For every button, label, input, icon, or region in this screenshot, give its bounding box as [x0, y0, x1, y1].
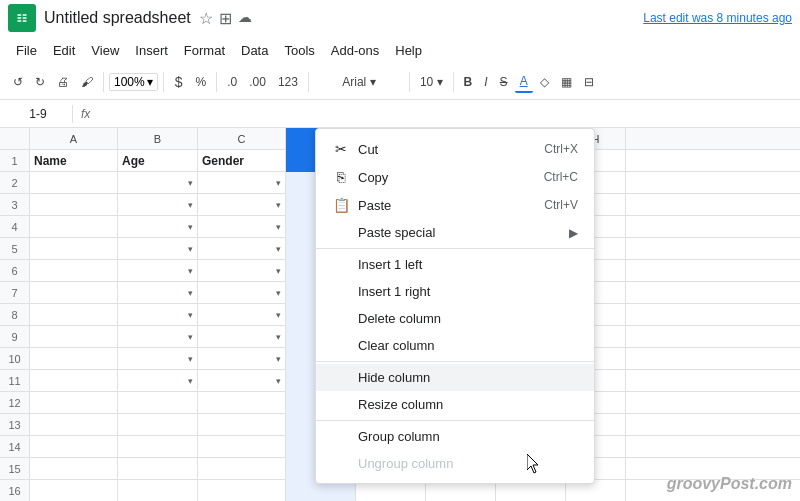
- menu-view[interactable]: View: [83, 41, 127, 60]
- fill-color-button[interactable]: ◇: [535, 72, 554, 92]
- col-header-c[interactable]: C: [198, 128, 286, 150]
- col-header-b[interactable]: B: [118, 128, 198, 150]
- cell-b13[interactable]: [118, 414, 198, 436]
- context-menu-insert-right[interactable]: Insert 1 right: [316, 278, 594, 305]
- underline-button[interactable]: A: [515, 71, 533, 93]
- context-menu-resize-column[interactable]: Resize column: [316, 391, 594, 418]
- cell-b10[interactable]: ▾: [118, 348, 198, 370]
- context-menu-paste-special[interactable]: Paste special ▶: [316, 219, 594, 246]
- bold-button[interactable]: B: [459, 72, 478, 92]
- menu-format[interactable]: Format: [176, 41, 233, 60]
- percent-button[interactable]: %: [191, 72, 212, 92]
- context-menu-cut[interactable]: ✂ Cut Ctrl+X: [316, 135, 594, 163]
- cell-b4[interactable]: ▾: [118, 216, 198, 238]
- italic-button[interactable]: I: [479, 72, 492, 92]
- menu-file[interactable]: File: [8, 41, 45, 60]
- cell-b12[interactable]: [118, 392, 198, 414]
- star-icon[interactable]: ☆: [199, 9, 213, 28]
- merge-button[interactable]: ⊟: [579, 72, 599, 92]
- cell-c11[interactable]: ▾: [198, 370, 286, 392]
- folder-icon[interactable]: ⊞: [219, 9, 232, 28]
- menu-addons[interactable]: Add-ons: [323, 41, 387, 60]
- row-number: 12: [0, 392, 30, 413]
- cell-a16[interactable]: [30, 480, 118, 501]
- col-header-a[interactable]: A: [30, 128, 118, 150]
- cell-c1[interactable]: Gender: [198, 150, 286, 172]
- cell-a1[interactable]: Name: [30, 150, 118, 172]
- cell-b2[interactable]: ▾: [118, 172, 198, 194]
- cell-b16[interactable]: [118, 480, 198, 501]
- cell-b15[interactable]: [118, 458, 198, 480]
- cell-reference[interactable]: [8, 107, 68, 121]
- more-decimals-button[interactable]: .00: [244, 72, 271, 92]
- cell-c4[interactable]: ▾: [198, 216, 286, 238]
- cell-a14[interactable]: [30, 436, 118, 458]
- cell-c12[interactable]: [198, 392, 286, 414]
- cell-c8[interactable]: ▾: [198, 304, 286, 326]
- menu-insert[interactable]: Insert: [127, 41, 176, 60]
- print-button[interactable]: 🖨: [52, 72, 74, 92]
- cell-c9[interactable]: ▾: [198, 326, 286, 348]
- cell-b5[interactable]: ▾: [118, 238, 198, 260]
- strikethrough-button[interactable]: S: [495, 72, 513, 92]
- menu-tools[interactable]: Tools: [276, 41, 322, 60]
- cell-a13[interactable]: [30, 414, 118, 436]
- spreadsheet-title[interactable]: Untitled spreadsheet: [44, 9, 191, 27]
- cell-a3[interactable]: [30, 194, 118, 216]
- context-menu-delete-column[interactable]: Delete column: [316, 305, 594, 332]
- currency-button[interactable]: $: [169, 71, 189, 93]
- resize-column-label: Resize column: [358, 397, 578, 412]
- cell-c7[interactable]: ▾: [198, 282, 286, 304]
- cell-c5[interactable]: ▾: [198, 238, 286, 260]
- menu-data[interactable]: Data: [233, 41, 276, 60]
- cell-b9[interactable]: ▾: [118, 326, 198, 348]
- context-menu-clear-column[interactable]: Clear column: [316, 332, 594, 359]
- cell-b14[interactable]: [118, 436, 198, 458]
- cell-a8[interactable]: [30, 304, 118, 326]
- cell-a12[interactable]: [30, 392, 118, 414]
- cell-c14[interactable]: [198, 436, 286, 458]
- last-edit-label[interactable]: Last edit was 8 minutes ago: [643, 11, 792, 25]
- context-menu-paste[interactable]: 📋 Paste Ctrl+V: [316, 191, 594, 219]
- cell-b3[interactable]: ▾: [118, 194, 198, 216]
- cell-c16[interactable]: [198, 480, 286, 501]
- cell-c10[interactable]: ▾: [198, 348, 286, 370]
- cloud-icon[interactable]: ☁: [238, 9, 252, 28]
- context-menu-group-column[interactable]: Group column: [316, 423, 594, 450]
- cell-b6[interactable]: ▾: [118, 260, 198, 282]
- zoom-selector[interactable]: 100% ▾: [109, 73, 158, 91]
- context-menu-insert-left[interactable]: Insert 1 left: [316, 251, 594, 278]
- cell-a11[interactable]: [30, 370, 118, 392]
- context-menu-copy[interactable]: ⎘ Copy Ctrl+C: [316, 163, 594, 191]
- cell-c2[interactable]: ▾: [198, 172, 286, 194]
- cell-a9[interactable]: [30, 326, 118, 348]
- cell-b7[interactable]: ▾: [118, 282, 198, 304]
- cell-b1[interactable]: Age: [118, 150, 198, 172]
- format-number-button[interactable]: 123: [273, 72, 303, 92]
- undo-button[interactable]: ↺: [8, 72, 28, 92]
- cell-a5[interactable]: [30, 238, 118, 260]
- borders-button[interactable]: ▦: [556, 72, 577, 92]
- cell-a10[interactable]: [30, 348, 118, 370]
- dec-decimals-button[interactable]: .0: [222, 72, 242, 92]
- cell-c15[interactable]: [198, 458, 286, 480]
- cell-c6[interactable]: ▾: [198, 260, 286, 282]
- cell-a2[interactable]: [30, 172, 118, 194]
- cell-c3[interactable]: ▾: [198, 194, 286, 216]
- cell-a6[interactable]: [30, 260, 118, 282]
- paint-format-button[interactable]: 🖌: [76, 72, 98, 92]
- font-family-selector[interactable]: Arial ▾: [314, 72, 404, 92]
- menu-help[interactable]: Help: [387, 41, 430, 60]
- formula-input[interactable]: [98, 106, 792, 121]
- redo-button[interactable]: ↻: [30, 72, 50, 92]
- row-number: 4: [0, 216, 30, 237]
- cell-a15[interactable]: [30, 458, 118, 480]
- cell-a7[interactable]: [30, 282, 118, 304]
- font-size-selector[interactable]: 10 ▾: [415, 72, 448, 92]
- context-menu-hide-column[interactable]: Hide column: [316, 364, 594, 391]
- menu-edit[interactable]: Edit: [45, 41, 83, 60]
- cell-c13[interactable]: [198, 414, 286, 436]
- cell-b8[interactable]: ▾: [118, 304, 198, 326]
- cell-b11[interactable]: ▾: [118, 370, 198, 392]
- cell-a4[interactable]: [30, 216, 118, 238]
